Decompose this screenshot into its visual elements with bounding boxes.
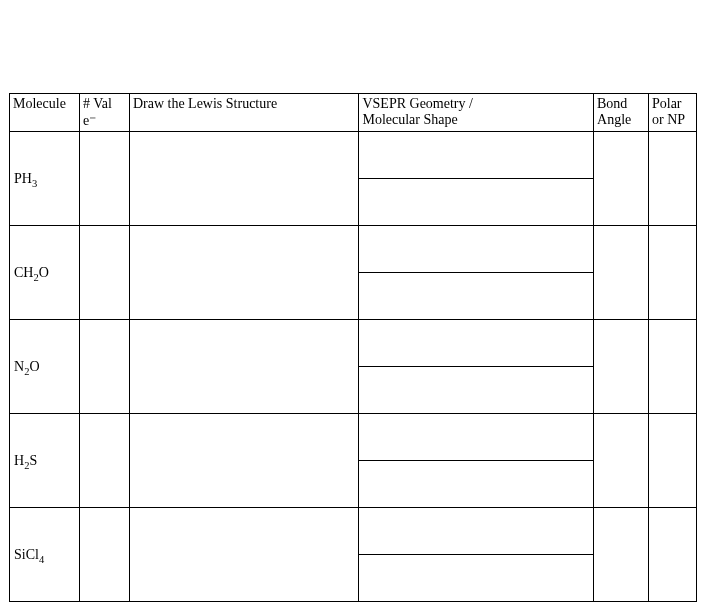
lewis-cell[interactable] <box>129 132 359 226</box>
molecule-cell: CH2O <box>10 226 80 320</box>
molecule-formula: N2O <box>14 359 40 374</box>
header-polar: Polar or NP <box>648 94 696 132</box>
molecule-formula: CH2O <box>14 265 49 280</box>
bond-angle-cell[interactable] <box>594 320 649 414</box>
vsepr-geometry-cell[interactable] <box>359 414 594 461</box>
header-molecule: Molecule <box>10 94 80 132</box>
worksheet-table: Molecule # Val e⁻ Draw the Lewis Structu… <box>9 93 697 602</box>
polar-cell[interactable] <box>648 414 696 508</box>
bond-angle-cell[interactable] <box>594 414 649 508</box>
molecule-cell: SiCl4 <box>10 508 80 602</box>
bond-angle-cell[interactable] <box>594 508 649 602</box>
table-row: SiCl4 <box>10 508 697 555</box>
header-lewis: Draw the Lewis Structure <box>129 94 359 132</box>
table-body: PH3 CH2O <box>10 132 697 602</box>
molecule-cell: PH3 <box>10 132 80 226</box>
valence-cell[interactable] <box>79 320 129 414</box>
lewis-cell[interactable] <box>129 508 359 602</box>
molecular-shape-cell[interactable] <box>359 555 594 602</box>
valence-cell[interactable] <box>79 508 129 602</box>
molecule-formula: SiCl4 <box>14 547 44 562</box>
molecular-shape-cell[interactable] <box>359 367 594 414</box>
polar-cell[interactable] <box>648 132 696 226</box>
polar-cell[interactable] <box>648 508 696 602</box>
header-vsepr: VSEPR Geometry / Molecular Shape <box>359 94 594 132</box>
molecule-formula: H2S <box>14 453 37 468</box>
header-bond: Bond Angle <box>594 94 649 132</box>
vsepr-geometry-cell[interactable] <box>359 320 594 367</box>
polar-cell[interactable] <box>648 320 696 414</box>
vsepr-geometry-cell[interactable] <box>359 132 594 179</box>
header-bond-line1: Bond <box>597 96 627 111</box>
table-row: H2S <box>10 414 697 461</box>
molecule-cell: N2O <box>10 320 80 414</box>
molecular-shape-cell[interactable] <box>359 179 594 226</box>
lewis-cell[interactable] <box>129 320 359 414</box>
vsepr-geometry-cell[interactable] <box>359 226 594 273</box>
lewis-cell[interactable] <box>129 226 359 320</box>
vsepr-geometry-cell[interactable] <box>359 508 594 555</box>
table-row: CH2O <box>10 226 697 273</box>
molecular-shape-cell[interactable] <box>359 461 594 508</box>
header-valence: # Val e⁻ <box>79 94 129 132</box>
vsepr-table: Molecule # Val e⁻ Draw the Lewis Structu… <box>9 93 697 602</box>
header-row: Molecule # Val e⁻ Draw the Lewis Structu… <box>10 94 697 132</box>
valence-cell[interactable] <box>79 132 129 226</box>
table-row: PH3 <box>10 132 697 179</box>
valence-cell[interactable] <box>79 414 129 508</box>
polar-cell[interactable] <box>648 226 696 320</box>
header-polar-line2: or NP <box>652 112 685 127</box>
bond-angle-cell[interactable] <box>594 132 649 226</box>
molecular-shape-cell[interactable] <box>359 273 594 320</box>
header-polar-line1: Polar <box>652 96 682 111</box>
header-bond-line2: Angle <box>597 112 631 127</box>
lewis-cell[interactable] <box>129 414 359 508</box>
molecule-cell: H2S <box>10 414 80 508</box>
valence-cell[interactable] <box>79 226 129 320</box>
molecule-formula: PH3 <box>14 171 37 186</box>
bond-angle-cell[interactable] <box>594 226 649 320</box>
header-vsepr-line1: VSEPR Geometry / <box>362 96 472 111</box>
header-vsepr-line2: Molecular Shape <box>362 112 457 127</box>
table-row: N2O <box>10 320 697 367</box>
